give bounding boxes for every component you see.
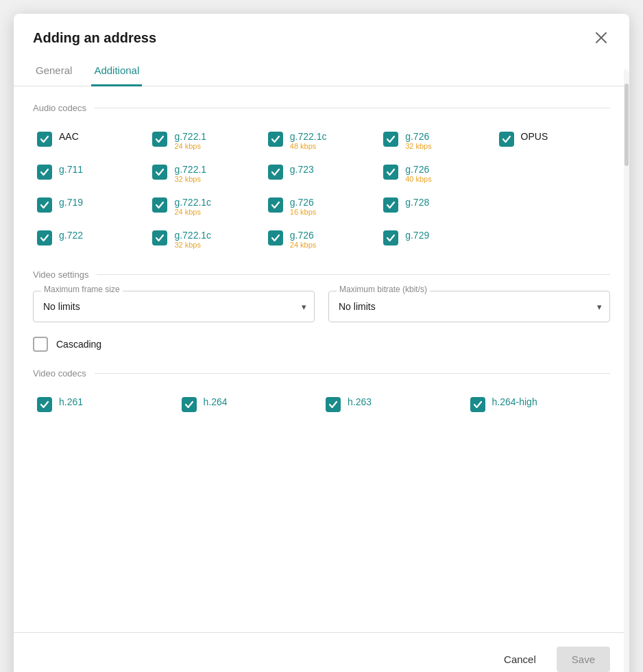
video-codecs-grid: h.261h.264h.263h.264-high <box>33 389 610 419</box>
video-dropdowns-row: Maximum frame size No limits ▾ Maximum b… <box>33 291 610 322</box>
video-codec-item: h.264 <box>178 389 322 419</box>
save-button[interactable]: Save <box>557 647 610 672</box>
tab-general[interactable]: General <box>33 58 75 86</box>
frame-size-label: Maximum frame size <box>41 285 123 294</box>
close-button[interactable] <box>592 29 610 47</box>
audio-codec-checkbox[interactable] <box>37 165 52 180</box>
video-codec-item: h.261 <box>33 389 178 419</box>
audio-codec-text: g.729 <box>405 230 429 241</box>
audio-codec-checkbox[interactable] <box>152 197 167 213</box>
audio-codec-checkbox[interactable] <box>268 132 283 147</box>
dialog-header: Adding an address <box>14 14 629 47</box>
audio-codec-item: g.722 <box>33 223 148 256</box>
audio-codec-item: g.72616 kbps <box>264 190 379 223</box>
audio-codec-item: g.72624 kbps <box>264 223 379 256</box>
audio-codec-item: g.722.1c24 kbps <box>148 190 263 223</box>
audio-codec-name: g.722.1 <box>174 164 206 175</box>
audio-codec-item: g.728 <box>379 190 494 223</box>
cancel-button[interactable]: Cancel <box>492 647 548 672</box>
audio-codec-item: g.722.1c48 kbps <box>264 124 379 157</box>
tab-additional[interactable]: Additional <box>91 58 142 86</box>
audio-codec-name: g.726 <box>290 197 317 208</box>
audio-codec-sub: 32 kbps <box>405 142 432 150</box>
audio-codec-item <box>495 157 610 190</box>
audio-codec-checkbox[interactable] <box>37 132 52 147</box>
video-codec-name: h.264 <box>204 396 228 407</box>
audio-codec-name: g.722.1 <box>174 131 206 142</box>
video-codec-checkbox[interactable] <box>326 397 341 412</box>
audio-codec-sub: 24 kbps <box>174 142 206 150</box>
audio-codec-sub: 32 kbps <box>174 241 211 249</box>
audio-codec-item: g.722.1c32 kbps <box>148 223 263 256</box>
dialog: Adding an address General Additional Aud… <box>14 14 629 672</box>
audio-codec-checkbox[interactable] <box>268 197 283 213</box>
frame-size-select[interactable]: No limits <box>33 291 315 322</box>
audio-codec-sub: 24 kbps <box>290 241 317 249</box>
audio-codec-checkbox[interactable] <box>268 165 283 180</box>
audio-codec-text: g.722 <box>59 230 83 241</box>
audio-codec-checkbox[interactable] <box>152 230 167 245</box>
audio-codec-checkbox[interactable] <box>383 132 398 147</box>
cascading-row: Cascading <box>33 336 610 352</box>
audio-codec-text: g.722.1c32 kbps <box>174 230 211 249</box>
audio-codec-name: g.726 <box>290 230 317 241</box>
video-codec-checkbox[interactable] <box>182 397 197 412</box>
video-codec-text: h.264-high <box>492 396 537 407</box>
audio-codec-name: g.723 <box>290 164 314 175</box>
audio-codec-item: g.729 <box>379 223 494 256</box>
video-codec-text: h.261 <box>59 396 83 407</box>
cascading-checkbox[interactable] <box>33 337 48 352</box>
audio-codec-text: OPUS <box>521 131 548 142</box>
audio-codec-checkbox[interactable] <box>37 197 52 213</box>
audio-codec-text: g.719 <box>59 197 83 208</box>
audio-codec-item: g.722.124 kbps <box>148 124 263 157</box>
audio-codec-text: g.72640 kbps <box>405 164 432 183</box>
audio-codec-checkbox[interactable] <box>152 165 167 180</box>
dialog-body: Audio codecs AACg.722.124 kbpsg.722.1c48… <box>14 86 629 632</box>
audio-codec-text: g.72632 kbps <box>405 131 432 150</box>
video-codec-name: h.261 <box>59 396 83 407</box>
scrollbar[interactable] <box>624 69 629 672</box>
video-codec-text: h.263 <box>348 396 372 407</box>
audio-codec-checkbox[interactable] <box>383 230 398 245</box>
audio-codec-name: g.722 <box>59 230 83 241</box>
bitrate-label: Maximum bitrate (kbit/s) <box>337 285 430 294</box>
audio-codec-item: g.711 <box>33 157 148 190</box>
video-codec-name: h.263 <box>348 396 372 407</box>
audio-codec-name: g.726 <box>405 131 432 142</box>
video-codec-text: h.264 <box>204 396 228 407</box>
bitrate-select[interactable]: No limits <box>328 291 610 322</box>
audio-codec-checkbox[interactable] <box>152 132 167 147</box>
audio-codec-text: g.722.1c24 kbps <box>174 197 211 216</box>
audio-codec-name: g.728 <box>405 197 429 208</box>
video-codec-checkbox[interactable] <box>37 397 52 412</box>
audio-codec-item <box>495 190 610 223</box>
audio-codec-sub: 40 kbps <box>405 175 432 183</box>
audio-codec-item: OPUS <box>495 124 610 157</box>
audio-codec-name: g.722.1c <box>174 197 211 208</box>
audio-codec-text: g.728 <box>405 197 429 208</box>
video-codec-item: h.263 <box>322 389 466 419</box>
audio-codec-sub: 48 kbps <box>290 142 327 150</box>
video-codec-name: h.264-high <box>492 396 537 407</box>
audio-codec-name: g.729 <box>405 230 429 241</box>
audio-codec-item <box>495 223 610 256</box>
audio-codec-checkbox[interactable] <box>383 165 398 180</box>
audio-codec-checkbox[interactable] <box>268 230 283 245</box>
audio-codec-sub: 24 kbps <box>174 208 211 216</box>
video-settings-section-label: Video settings <box>33 269 610 280</box>
audio-codec-item: g.72632 kbps <box>379 124 494 157</box>
audio-codec-name: g.711 <box>59 164 83 175</box>
scrollbar-thumb[interactable] <box>624 84 629 166</box>
audio-codec-text: AAC <box>59 131 79 142</box>
audio-codec-checkbox[interactable] <box>37 230 52 245</box>
audio-codec-item: AAC <box>33 124 148 157</box>
audio-codec-item: g.72640 kbps <box>379 157 494 190</box>
audio-codec-name: AAC <box>59 131 79 142</box>
audio-codec-checkbox[interactable] <box>499 132 514 147</box>
video-codec-checkbox[interactable] <box>470 397 485 412</box>
audio-codecs-grid: AACg.722.124 kbpsg.722.1c48 kbpsg.72632 … <box>33 124 610 256</box>
audio-codec-name: g.722.1c <box>290 131 327 142</box>
audio-codec-checkbox[interactable] <box>383 197 398 213</box>
audio-codec-item: g.722.132 kbps <box>148 157 263 190</box>
